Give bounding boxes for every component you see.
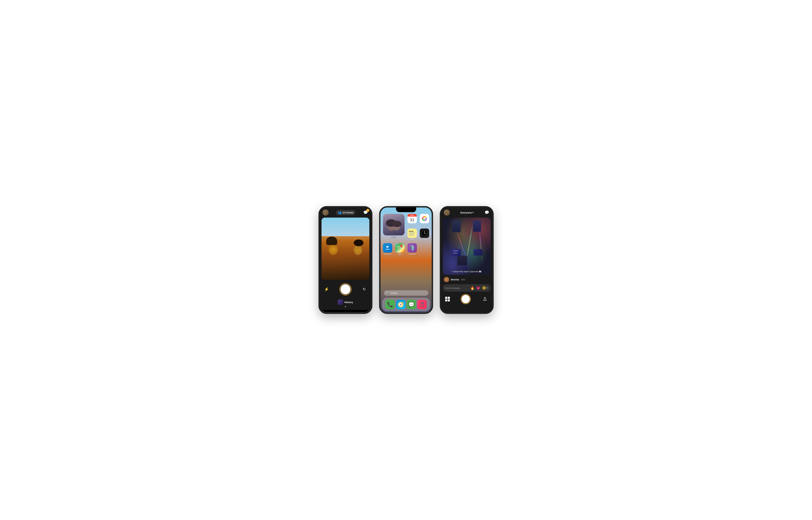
fire-emoji[interactable]: 🔥: [470, 286, 474, 290]
flip-camera-button[interactable]: ↻: [361, 286, 368, 293]
app-grid: Locket MON 31 Calendar: [381, 212, 432, 257]
friends-icon: 👥: [338, 211, 341, 214]
user-avatar[interactable]: [322, 209, 329, 215]
locket-label: Locket: [391, 236, 396, 238]
poster-avatar: [444, 277, 449, 282]
poster-time: 36m: [461, 278, 465, 281]
shutter-button[interactable]: [339, 283, 351, 295]
viewer-avatar[interactable]: [444, 209, 450, 215]
maps-label: Maps: [398, 253, 402, 255]
maps-icon: [395, 243, 404, 253]
story-shutter-button[interactable]: [461, 294, 471, 304]
clock-label: Clock: [422, 239, 426, 240]
history-label: History: [344, 301, 353, 304]
friends-button[interactable]: 👥 12 Friends: [336, 210, 356, 215]
app-icon-maps[interactable]: Maps: [395, 243, 405, 255]
story-chat-icon[interactable]: 💬: [484, 210, 490, 215]
couple-photo: [321, 217, 369, 280]
dock-phone[interactable]: 📞: [385, 300, 395, 309]
messages-icon: 💬: [408, 302, 415, 308]
chevron-down-icon: ▾: [472, 211, 473, 214]
story-caption: I swear this wasn't planned 👀: [443, 270, 491, 273]
shutter-inner: [340, 284, 350, 294]
appstore-label: App Store: [384, 253, 391, 255]
share-button[interactable]: [481, 296, 488, 303]
search-icon: 🔍: [386, 292, 389, 294]
audience-label: Everyone: [461, 211, 472, 214]
audience-selector[interactable]: Everyone ▾: [461, 211, 474, 214]
calendar-label: Calendar: [409, 224, 416, 226]
calendar-day: MON: [408, 214, 417, 216]
history-thumbnail: [338, 300, 343, 305]
phone-1: 👥 12 Friends 💬 3: [318, 206, 372, 314]
phone-2: Locket MON 31 Calendar: [379, 206, 433, 314]
app-icon-locket[interactable]: Locket: [383, 214, 405, 240]
camera-photo: [321, 217, 369, 280]
phone-icon: 📞: [387, 302, 393, 308]
history-button[interactable]: History ▾: [320, 298, 371, 310]
friends-label: 12 Friends: [342, 211, 353, 214]
shutter-sm-inner: [462, 295, 470, 303]
appstore-icon-svg: [385, 245, 391, 251]
phone-3: Everyone ▾ 💬: [440, 206, 494, 314]
message-input[interactable]: Send message... 🔥 💗 😊+: [443, 284, 491, 292]
dynamic-island: [396, 207, 416, 212]
svg-point-8: [423, 217, 426, 220]
photos-label: Photos: [422, 224, 427, 226]
app-icon-calendar[interactable]: MON 31 Calendar: [408, 214, 417, 226]
notes-label: Notes: [410, 239, 414, 240]
flash-button[interactable]: ⚡: [323, 286, 330, 293]
heart-emoji[interactable]: 💗: [476, 286, 480, 290]
photos-flower-icon: [421, 215, 428, 222]
app-icon-photos[interactable]: Photos: [420, 214, 429, 226]
message-reaction-icons: 🔥 💗 😊+: [470, 286, 488, 290]
dock-messages[interactable]: 💬: [407, 300, 416, 309]
dock: 📞 🧭 💬 🎵: [382, 298, 430, 311]
add-reaction-icon[interactable]: 😊+: [482, 286, 488, 290]
chevron-down-icon: ▾: [345, 306, 346, 308]
share-icon: [483, 297, 487, 301]
calendar-date: 31: [410, 216, 415, 223]
dock-music[interactable]: 🎵: [417, 300, 427, 309]
chat-button-wrap[interactable]: 💬 3: [363, 210, 368, 215]
flip-icon: ↻: [363, 287, 366, 291]
phone3-topbar: Everyone ▾ 💬: [441, 207, 492, 217]
lightning-icon: ⚡: [324, 287, 329, 292]
phone1-topbar: 👥 12 Friends 💬 3: [320, 207, 371, 217]
story-photo: I swear this wasn't planned 👀: [443, 217, 491, 275]
poster-name: Jessica: [450, 278, 459, 281]
search-bar[interactable]: 🔍 Search: [384, 290, 428, 296]
message-placeholder: Send message...: [445, 287, 462, 289]
chat-badge: 3: [366, 209, 369, 212]
camera-controls: ⚡ ↻: [320, 281, 371, 298]
phones-container: 👥 12 Friends 💬 3: [318, 206, 494, 314]
app-icon-appstore[interactable]: App Store: [383, 243, 392, 255]
dock-safari[interactable]: 🧭: [396, 300, 405, 309]
poster-info: Jessica 36m: [441, 276, 492, 284]
app-icon-podcasts[interactable]: 🎙️ Podcasts: [408, 243, 417, 255]
podcasts-label: Podcasts: [409, 253, 416, 255]
feet-image: [443, 217, 491, 275]
app-icon-notes[interactable]: Notes: [408, 229, 417, 240]
safari-icon: 🧭: [398, 302, 404, 308]
clock-face-icon: [421, 230, 428, 236]
notes-icon: [408, 229, 417, 238]
phone3-bottom-bar: [441, 292, 492, 306]
podcasts-icon-symbol: 🎙️: [409, 245, 415, 251]
music-icon: 🎵: [419, 302, 425, 307]
app-icon-clock[interactable]: Clock: [420, 229, 429, 240]
search-label: Search: [390, 292, 398, 294]
grid-view-button[interactable]: [445, 297, 450, 302]
